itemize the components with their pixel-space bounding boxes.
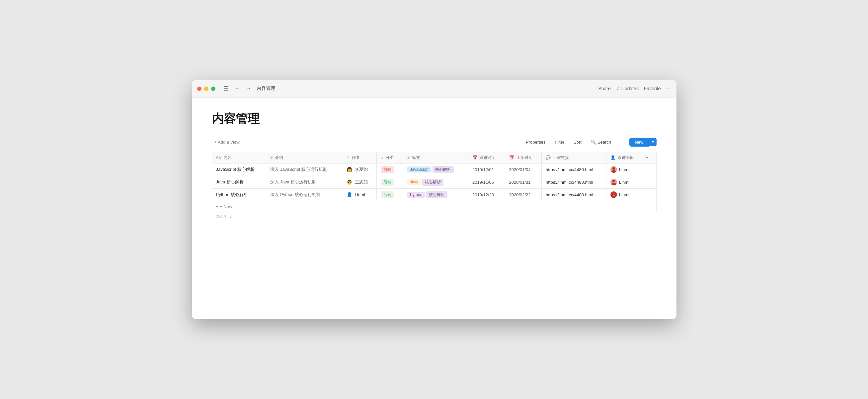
forward-button[interactable]: → (245, 84, 253, 93)
cell-shelf-date: 2020/01/04 (505, 163, 542, 176)
col-header-author-label: 作者 (352, 155, 360, 160)
more-button[interactable]: ··· (666, 85, 671, 92)
col-header-intro-label: 介绍 (275, 155, 283, 160)
col-header-shelf-date: 📅 上架时间 (505, 152, 542, 163)
new-button[interactable]: New (629, 138, 649, 146)
search-button[interactable]: 🔍 Search (588, 138, 614, 146)
person-icon: ↗ (346, 155, 349, 160)
tag-item: 核心解析 (422, 179, 443, 186)
cell-category: 前端 (377, 163, 403, 176)
svg-point-2 (612, 180, 615, 182)
tag-item: Java (407, 179, 421, 185)
cell-content[interactable]: Java 核心解析 (212, 176, 266, 189)
cell-editor: Linmi (606, 163, 643, 176)
search-label: Search (597, 140, 611, 144)
new-button-group: New ▾ (629, 138, 656, 146)
properties-button[interactable]: Properties (523, 138, 549, 146)
cell-follow-date: 2019/12/01 (468, 163, 505, 176)
hamburger-icon: ☰ (223, 85, 229, 92)
cell-link: https://linmi.cc/4480.html (542, 189, 607, 201)
database-table: Aa 内容 ≡ 介绍 ↗ 作者 ○ 分类 (212, 152, 657, 201)
category-tag: 前端 (381, 166, 394, 173)
editor-name: Linmi (619, 192, 629, 197)
col-header-link-label: 上架链接 (553, 155, 569, 160)
col-header-shelf-date-label: 上架时间 (517, 155, 532, 160)
main-content: 内容管理 + Add a View Properties Filter Sort… (192, 98, 677, 319)
row-extra (643, 189, 656, 201)
sidebar-toggle-button[interactable]: ☰ (221, 84, 231, 94)
cell-author: 👤Linmi (342, 189, 376, 201)
col-header-content-label: 内容 (223, 155, 231, 160)
updates-label: Updates (621, 86, 639, 91)
more-options-button[interactable]: ··· (617, 138, 627, 146)
cell-category: 后端 (377, 176, 403, 189)
col-header-content: Aa 内容 (212, 152, 266, 163)
tag-item: 核心解析 (433, 166, 454, 173)
list-icon: ≡ (270, 155, 273, 160)
link-icon: 💬 (546, 155, 551, 160)
cell-author: 👨王志知 (342, 176, 376, 189)
titlebar-actions: Share ✓ Updates Favorite ··· (598, 85, 671, 92)
table-row[interactable]: Java 核心解析深入 Java 核心运行机制👨王志知后端Java核心解析201… (212, 176, 656, 189)
app-window: ☰ ← → 内容管理 Share ✓ Updates Favorite ··· … (192, 80, 677, 319)
close-button[interactable] (197, 87, 202, 91)
table-header-row: Aa 内容 ≡ 介绍 ↗ 作者 ○ 分类 (212, 152, 656, 163)
forward-icon: → (246, 86, 251, 91)
search-icon: 🔍 (591, 140, 596, 144)
back-button[interactable]: ← (234, 84, 242, 93)
editor-name: Linmi (619, 167, 629, 172)
editor-avatar (611, 179, 617, 186)
add-view-button[interactable]: + Add a View (212, 138, 242, 146)
add-column-button[interactable]: + (643, 152, 656, 163)
tag-item: Python (407, 192, 425, 198)
editor-name: Linmi (619, 180, 629, 185)
new-dropdown-button[interactable]: ▾ (649, 138, 657, 146)
editor-avatar (611, 166, 617, 173)
titlebar: ☰ ← → 内容管理 Share ✓ Updates Favorite ··· (192, 80, 677, 98)
traffic-lights (197, 87, 215, 91)
maximize-button[interactable] (211, 87, 215, 91)
author-name: Linmi (355, 192, 365, 197)
category-tag: 后端 (381, 191, 394, 198)
editor-avatar: L (611, 191, 617, 198)
col-header-category: ○ 分类 (377, 152, 403, 163)
tag-item: 核心解析 (426, 191, 447, 198)
category-tag: 后端 (381, 179, 394, 186)
toolbar: + Add a View Properties Filter Sort 🔍 Se… (212, 138, 657, 146)
add-new-row-button[interactable]: + + New (212, 201, 236, 211)
author-name: 王志知 (355, 179, 368, 185)
toolbar-right: Properties Filter Sort 🔍 Search ··· New … (523, 138, 657, 146)
svg-point-3 (612, 183, 616, 186)
updates-button[interactable]: ✓ Updates (616, 86, 639, 91)
count-label: COUNT (216, 214, 228, 218)
tag-icon: ≡ (407, 155, 410, 160)
table-row[interactable]: Python 核心解析深入 Python 核心运行机制👤Linmi后端Pytho… (212, 189, 656, 201)
cell-content[interactable]: Python 核心解析 (212, 189, 266, 201)
cell-content[interactable]: JavaScript 核心解析 (212, 163, 266, 176)
calendar-icon: 📅 (472, 155, 477, 160)
col-header-editor-label: 跟进编辑 (618, 155, 634, 160)
table-row[interactable]: JavaScript 核心解析深入 JavaScript 核心运行机制👩李夏昀前… (212, 163, 656, 176)
cell-author: 👩李夏昀 (342, 163, 376, 176)
cell-link: https://linmi.cc/4480.html (542, 163, 607, 176)
minimize-button[interactable] (204, 87, 209, 91)
cell-intro: 深入 Python 核心运行机制 (266, 189, 342, 201)
text-icon: Aa (216, 155, 221, 160)
checkmark-icon: ✓ (616, 86, 620, 91)
sort-button[interactable]: Sort (570, 138, 585, 146)
favorite-button[interactable]: Favorite (644, 86, 661, 91)
page-title: 内容管理 (212, 111, 657, 127)
tag-item: JavaScript (407, 166, 431, 172)
add-new-row-container: + + New (212, 201, 657, 212)
titlebar-title: 内容管理 (256, 86, 275, 92)
cell-editor: LLinmi (606, 189, 643, 201)
share-button[interactable]: Share (598, 86, 611, 91)
filter-button[interactable]: Filter (551, 138, 567, 146)
row-extra (643, 176, 656, 189)
editor-icon: 👤 (611, 155, 615, 160)
cell-category: 后端 (377, 189, 403, 201)
svg-point-0 (612, 167, 615, 170)
cell-tags: JavaScript核心解析 (403, 163, 468, 176)
cell-intro: 深入 JavaScript 核心运行机制 (266, 163, 342, 176)
author-avatar: 👨 (346, 179, 353, 186)
